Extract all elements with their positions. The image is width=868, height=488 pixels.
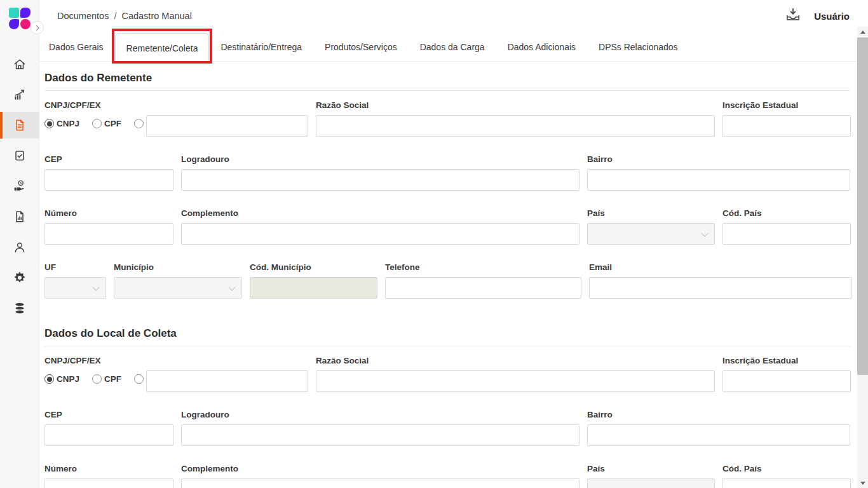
scroll-up-icon [860, 30, 865, 34]
coleta-documento-input[interactable] [146, 370, 308, 392]
tab-produtos-servicos[interactable]: Produtos/Serviços [325, 33, 397, 62]
radio-unselected-icon [134, 119, 144, 128]
remetente-documento-input[interactable] [146, 115, 308, 137]
radio-unselected-icon [92, 374, 102, 384]
sidebar-nav: $ [0, 51, 39, 325]
remetente-razao-social-label: Razão Social [316, 100, 715, 111]
database-icon [13, 301, 27, 315]
coleta-complemento-label: Complemento [181, 464, 580, 474]
settings-gear-icon [13, 271, 27, 285]
remetente-cep-label: CEP [44, 154, 173, 165]
remetente-radio-cnpj[interactable]: CNPJ [44, 119, 79, 129]
coleta-cep-input[interactable] [44, 424, 173, 446]
coleta-bairro-input[interactable] [587, 424, 850, 446]
remetente-bairro-input[interactable] [587, 169, 850, 191]
coleta-pais-label: País [587, 464, 715, 474]
remetente-pais-select [587, 223, 715, 245]
tab-remetente-coleta-label: Remetente/Coleta [126, 43, 198, 53]
chevron-right-icon [34, 25, 41, 31]
sidebar-item-analytics[interactable] [0, 81, 39, 108]
remetente-cod-pais-input[interactable] [722, 223, 851, 245]
vertical-scrollbar [857, 27, 868, 488]
coleta-complemento-input[interactable] [181, 478, 580, 488]
coleta-numero-input[interactable] [44, 478, 173, 488]
coleta-inscricao-estadual-input[interactable] [722, 370, 851, 392]
remetente-inscricao-estadual-input[interactable] [722, 115, 851, 137]
coleta-radio-cpf[interactable]: CPF [92, 374, 121, 384]
form-content: Dados do Remetente CNPJ/CPF/EX CNPJ CPF [39, 62, 857, 488]
documents-icon [13, 118, 27, 132]
tasks-check-icon [13, 149, 27, 163]
user-menu[interactable]: Usuário [814, 11, 850, 22]
section-title-coleta: Dados do Local de Coleta [44, 327, 850, 346]
radio-unselected-icon [134, 374, 144, 384]
sidebar-item-documents[interactable] [0, 112, 39, 139]
coleta-radio-cnpj[interactable]: CNPJ [44, 374, 79, 384]
tab-dados-adicionais[interactable]: Dados Adicionais [508, 33, 576, 62]
logo-shape-magenta [20, 19, 31, 29]
remetente-municipio-select [114, 277, 242, 299]
remetente-complemento-input[interactable] [181, 223, 580, 245]
remetente-telefone-input[interactable] [385, 277, 581, 299]
sidebar-item-users[interactable] [0, 234, 39, 261]
chevron-down-icon [92, 283, 99, 290]
remetente-municipio-label: Município [114, 262, 242, 273]
tab-destinatario-entrega[interactable]: Destinatário/Entrega [220, 33, 302, 62]
chevron-down-icon [228, 283, 235, 290]
radio-unselected-icon [92, 119, 102, 128]
remetente-uf-select [44, 277, 106, 299]
remetente-bairro-label: Bairro [587, 154, 850, 165]
remetente-doc-type-radios: CNPJ CPF EX [44, 119, 146, 133]
coleta-doc-type-radios: CNPJ CPF EX [44, 374, 146, 389]
tab-dpss-relacionados[interactable]: DPSs Relacionados [599, 33, 678, 62]
sidebar: $ [0, 0, 39, 488]
remetente-cod-municipio-input [250, 277, 377, 299]
remetente-numero-label: Número [44, 208, 173, 219]
sidebar-expand-button[interactable] [31, 21, 44, 34]
sidebar-item-tasks[interactable] [0, 142, 39, 169]
svg-text:$: $ [20, 181, 22, 185]
user-icon [13, 240, 27, 254]
tab-dados-da-carga[interactable]: Dados da Carga [420, 33, 485, 62]
coleta-numero-label: Número [44, 464, 173, 474]
scrollbar-up-button[interactable] [857, 27, 868, 37]
sidebar-item-financial[interactable]: $ [0, 173, 39, 200]
sidebar-item-reports[interactable] [0, 203, 39, 230]
section-title-remetente: Dados do Remetente [44, 72, 850, 91]
tab-dados-gerais[interactable]: Dados Gerais [49, 33, 104, 62]
scrollbar-down-button[interactable] [857, 478, 868, 488]
sidebar-item-home[interactable] [0, 51, 39, 78]
tab-bar: Dados Gerais Remetente/Coleta Destinatár… [39, 33, 857, 62]
coleta-razao-social-input[interactable] [316, 370, 715, 392]
hand-coin-icon: $ [13, 179, 27, 193]
breadcrumb-documentos[interactable]: Documentos [57, 11, 109, 21]
coleta-cod-pais-input[interactable] [722, 478, 851, 488]
remetente-complemento-label: Complemento [181, 208, 580, 219]
radio-selected-icon [44, 119, 54, 128]
remetente-razao-social-input[interactable] [316, 115, 715, 137]
sidebar-item-database[interactable] [0, 295, 39, 322]
remetente-cep-input[interactable] [44, 169, 173, 191]
remetente-cod-pais-label: Cód. País [722, 208, 851, 219]
report-chart-icon [13, 210, 27, 224]
coleta-razao-social-label: Razão Social [316, 356, 715, 366]
sidebar-item-settings[interactable] [0, 264, 39, 291]
remetente-logradouro-input[interactable] [181, 169, 580, 191]
top-header: Documentos / Cadastro Manual Usuário [39, 0, 868, 33]
remetente-radio-cpf[interactable]: CPF [92, 119, 121, 129]
coleta-cep-label: CEP [44, 410, 173, 420]
coleta-doc-label: CNPJ/CPF/EX [44, 356, 308, 366]
radio-selected-icon [44, 374, 54, 384]
coleta-cod-pais-label: Cód. País [722, 464, 851, 474]
scrollbar-thumb[interactable] [857, 37, 868, 375]
remetente-numero-input[interactable] [44, 223, 173, 245]
coleta-bairro-label: Bairro [587, 410, 850, 420]
import-tray-icon[interactable] [785, 6, 801, 25]
tab-remetente-coleta[interactable]: Remetente/Coleta [115, 33, 210, 62]
remetente-email-input[interactable] [589, 277, 852, 299]
remetente-cod-municipio-label: Cód. Município [250, 262, 377, 273]
breadcrumb: Documentos / Cadastro Manual [57, 11, 192, 21]
coleta-pais-select [587, 478, 715, 488]
coleta-logradouro-input[interactable] [181, 424, 580, 446]
logo-shape-purple-top [20, 8, 31, 18]
